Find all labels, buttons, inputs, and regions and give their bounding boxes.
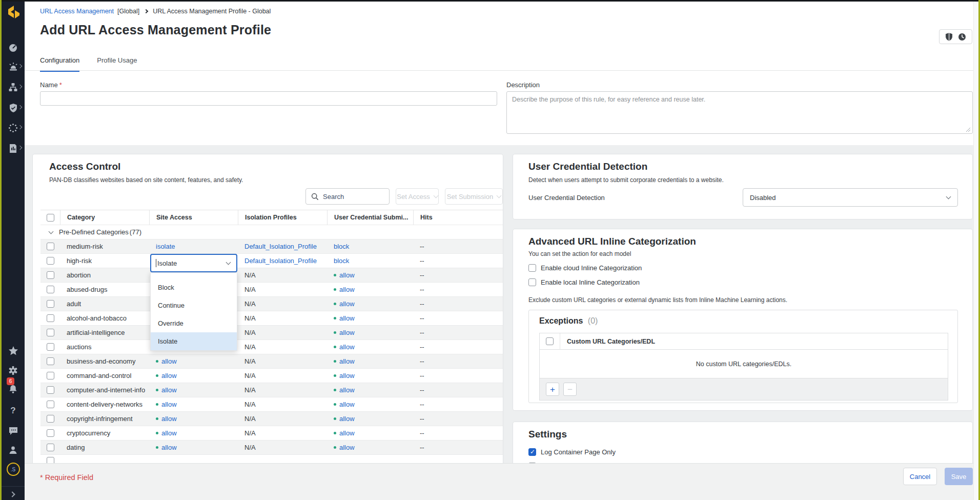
table-row[interactable]: datingallowN/Aallow-- [40, 441, 503, 455]
row-checkbox[interactable] [47, 386, 54, 394]
row-checkbox[interactable] [47, 444, 54, 451]
table-row[interactable]: cryptocurrencyallowN/Aallow-- [40, 426, 503, 441]
row-checkbox[interactable] [47, 314, 54, 322]
category-group-row[interactable]: Pre-Defined Categories (77) [40, 225, 503, 239]
set-submission-button[interactable]: Set Submission [445, 188, 503, 205]
site-access-link[interactable]: allow [161, 444, 177, 451]
enable-cloud-checkbox[interactable] [528, 264, 536, 272]
user-credential-link[interactable]: allow [339, 401, 355, 408]
sidebar-item-user[interactable] [2, 442, 25, 457]
user-credential-link[interactable]: allow [339, 372, 355, 379]
row-checkbox[interactable] [47, 329, 54, 336]
exceptions-select-all-checkbox[interactable] [546, 337, 554, 345]
site-access-link[interactable]: allow [161, 415, 177, 423]
sidebar-item-dashboard[interactable] [2, 40, 25, 55]
name-input[interactable] [40, 91, 497, 106]
site-access-link[interactable]: allow [161, 386, 177, 394]
site-access-combobox[interactable]: Isolate [150, 254, 237, 272]
resize-grip-icon[interactable] [966, 127, 971, 132]
dropdown-option[interactable]: Continue [151, 296, 237, 314]
remove-exception-button[interactable]: − [563, 383, 577, 396]
collapse-group-icon[interactable] [49, 229, 54, 234]
user-credential-link[interactable]: allow [339, 300, 355, 308]
table-row[interactable]: medium-riskisolateDefault_Isolation_Prof… [40, 239, 503, 254]
table-row[interactable]: high-riskDefault_Isolation_Profileblock-… [40, 254, 503, 268]
user-credential-link[interactable]: allow [339, 429, 355, 437]
sidebar-item-feedback[interactable] [2, 423, 25, 438]
table-row[interactable]: computer-and-internet-infoallowN/Aallow-… [40, 383, 503, 397]
row-checkbox[interactable] [47, 300, 54, 308]
row-checkbox[interactable] [47, 286, 54, 293]
site-access-link[interactable]: allow [161, 357, 177, 365]
user-credential-link[interactable]: allow [339, 444, 355, 451]
column-header-category[interactable]: Category [60, 210, 149, 225]
prisma-logo-icon[interactable] [5, 4, 22, 24]
site-access-link[interactable]: allow [161, 372, 177, 379]
user-credential-link[interactable]: allow [339, 415, 355, 423]
user-credential-link[interactable]: allow [339, 286, 355, 293]
sidebar-item-incidents[interactable] [2, 59, 25, 74]
sidebar-item-workflows[interactable] [2, 120, 25, 135]
table-row[interactable]: artificial-intelligenceallowN/Aallow-- [40, 326, 503, 340]
sidebar-item-network[interactable] [2, 79, 25, 95]
tab-configuration[interactable]: Configuration [40, 56, 79, 72]
row-checkbox[interactable] [47, 372, 54, 379]
table-row[interactable]: copyright-infringementallowN/Aallow-- [40, 412, 503, 426]
dropdown-option[interactable]: Isolate [151, 332, 237, 350]
select-all-checkbox[interactable] [47, 214, 54, 222]
sidebar-item-favorites[interactable] [2, 343, 25, 358]
sidebar-item-reports[interactable] [2, 141, 25, 156]
user-credential-link[interactable]: block [334, 257, 349, 265]
table-row[interactable]: content-delivery-networksallowN/Aallow-- [40, 397, 503, 412]
user-credential-link[interactable]: allow [339, 271, 355, 279]
table-row[interactable]: command-and-controlallowN/Aallow-- [40, 369, 503, 383]
row-checkbox[interactable] [47, 429, 54, 437]
sidebar-item-security[interactable] [2, 100, 25, 115]
description-textarea[interactable] [506, 91, 973, 134]
ucd-select[interactable]: Disabled [743, 188, 958, 207]
sidebar-item-help[interactable]: ? [2, 403, 25, 418]
user-credential-link[interactable]: allow [339, 343, 355, 351]
cancel-button[interactable]: Cancel [903, 468, 937, 485]
row-checkbox[interactable] [47, 357, 54, 365]
table-row[interactable]: alcohol-and-tobaccoallowN/Aallow-- [40, 311, 503, 326]
table-row[interactable]: abused-drugsallowN/Aallow-- [40, 283, 503, 297]
row-checkbox[interactable] [47, 243, 54, 250]
log-container-checkbox[interactable] [528, 448, 536, 456]
dropdown-option[interactable]: Override [151, 314, 237, 332]
row-checkbox[interactable] [47, 401, 54, 408]
save-button[interactable]: Save [945, 468, 973, 485]
site-access-link[interactable]: allow [161, 429, 177, 437]
row-checkbox[interactable] [47, 415, 54, 423]
breadcrumb-link[interactable]: URL Access Management [40, 8, 114, 15]
tab-profile-usage[interactable]: Profile Usage [97, 56, 137, 72]
expand-sidebar-icon[interactable] [9, 491, 15, 497]
isolation-profile-link[interactable]: Default_Isolation_Profile [244, 243, 317, 250]
row-checkbox[interactable] [47, 343, 54, 351]
column-header-hits[interactable]: Hits [413, 210, 503, 225]
table-row[interactable]: auctionsallowN/Aallow-- [40, 340, 503, 354]
profile-type-toggle[interactable] [939, 29, 972, 44]
sidebar-item-notifications[interactable]: 6 [2, 381, 25, 396]
set-access-button[interactable]: Set Access [396, 188, 439, 205]
row-checkbox[interactable] [47, 271, 54, 279]
user-credential-link[interactable]: block [334, 243, 349, 250]
sidebar-item-tenant[interactable]: .S [2, 462, 25, 477]
table-row[interactable]: business-and-economyallowN/Aallow-- [40, 354, 503, 369]
table-row[interactable]: adultallowN/Aallow-- [40, 297, 503, 311]
table-row[interactable]: abortionallowN/Aallow-- [40, 268, 503, 283]
column-header-user-credential[interactable]: User Credential Submi... [327, 210, 413, 225]
site-access-link[interactable]: allow [161, 401, 177, 408]
column-header-isolation-profiles[interactable]: Isolation Profiles [238, 210, 327, 225]
column-header-site-access[interactable]: Site Access [149, 210, 238, 225]
sidebar-item-settings[interactable] [2, 363, 25, 378]
site-access-link[interactable]: isolate [156, 243, 175, 250]
user-credential-link[interactable]: allow [339, 386, 355, 394]
vertical-scrollbar[interactable] [973, 0, 978, 500]
isolation-profile-link[interactable]: Default_Isolation_Profile [244, 257, 317, 265]
user-credential-link[interactable]: allow [339, 357, 355, 365]
search-input[interactable] [323, 193, 379, 201]
dropdown-option[interactable]: Block [151, 278, 237, 296]
user-credential-link[interactable]: allow [339, 329, 355, 336]
dropdown-option[interactable]: Allow [151, 273, 237, 278]
